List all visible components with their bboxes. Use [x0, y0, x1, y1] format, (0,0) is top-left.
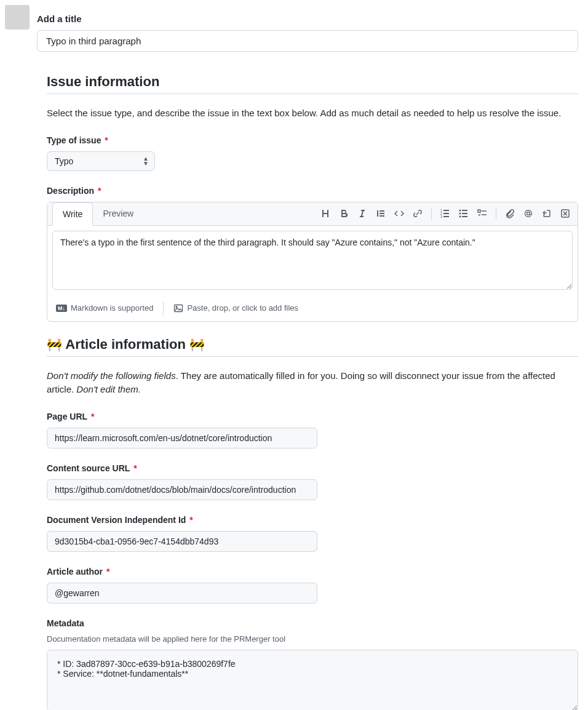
attach-files-hint[interactable]: Paste, drop, or click to add files — [173, 303, 298, 313]
svg-point-11 — [459, 213, 461, 215]
link-icon[interactable] — [413, 209, 423, 218]
metadata-textarea[interactable] — [47, 650, 578, 711]
heading-icon[interactable] — [320, 209, 330, 218]
issue-info-description: Select the issue type, and describe the … — [47, 106, 578, 121]
svg-rect-16 — [478, 210, 480, 212]
page-url-input[interactable] — [47, 428, 317, 449]
metadata-label: Metadata — [47, 618, 578, 628]
article-info-warning: Don't modify the following fields. They … — [47, 369, 578, 397]
svg-rect-7 — [443, 210, 449, 211]
article-author-input[interactable] — [47, 583, 317, 604]
attachment-icon[interactable] — [505, 209, 515, 218]
construction-icon: 🚧 — [189, 338, 205, 351]
quote-icon[interactable] — [376, 209, 386, 218]
cross-reference-icon[interactable] — [542, 209, 552, 218]
description-editor: Write Preview 123 — [47, 202, 578, 322]
svg-rect-21 — [175, 305, 183, 311]
svg-rect-15 — [462, 216, 467, 217]
svg-rect-1 — [379, 210, 384, 212]
saved-reply-icon[interactable] — [560, 209, 570, 218]
svg-point-22 — [176, 306, 177, 308]
unordered-list-icon[interactable] — [459, 209, 469, 218]
tab-preview[interactable]: Preview — [93, 202, 143, 225]
doc-version-id-label: Document Version Independent Id * — [47, 515, 578, 525]
svg-rect-8 — [443, 213, 449, 214]
title-label: Add a title — [37, 14, 578, 24]
article-author-label: Article author * — [47, 567, 578, 576]
construction-icon: 🚧 — [47, 338, 62, 351]
ordered-list-icon[interactable]: 123 — [440, 209, 450, 218]
svg-rect-3 — [379, 215, 384, 217]
svg-rect-13 — [462, 210, 467, 211]
mention-icon[interactable] — [523, 209, 533, 218]
title-input[interactable] — [37, 30, 578, 52]
svg-rect-0 — [377, 210, 378, 217]
issue-info-heading: Issue information — [47, 74, 578, 94]
doc-version-id-input[interactable] — [47, 531, 317, 552]
svg-rect-14 — [462, 213, 467, 214]
description-textarea[interactable] — [52, 231, 573, 290]
markdown-icon: M↓ — [56, 305, 67, 312]
metadata-help-text: Documentation metadata will be applied h… — [47, 634, 578, 644]
svg-text:3: 3 — [440, 215, 442, 218]
issue-type-select[interactable]: Typo — [47, 151, 155, 171]
editor-toolbar: 123 — [320, 208, 578, 219]
markdown-supported-hint[interactable]: M↓ Markdown is supported — [56, 303, 153, 313]
page-url-label: Page URL * — [47, 412, 578, 421]
svg-rect-9 — [443, 216, 449, 217]
svg-point-12 — [459, 216, 461, 218]
avatar — [5, 5, 30, 30]
bold-icon[interactable] — [339, 209, 349, 218]
content-source-url-input[interactable] — [47, 479, 317, 500]
image-icon — [173, 303, 183, 313]
svg-rect-2 — [379, 213, 384, 214]
italic-icon[interactable] — [357, 209, 367, 218]
article-info-heading: 🚧 Article information 🚧 — [47, 337, 578, 357]
svg-point-10 — [459, 210, 461, 212]
description-label: Description * — [47, 186, 578, 196]
issue-type-label: Type of issue * — [47, 135, 578, 145]
tab-write[interactable]: Write — [52, 202, 93, 226]
content-source-url-label: Content source URL * — [47, 463, 578, 473]
tasklist-icon[interactable] — [477, 209, 487, 218]
code-icon[interactable] — [394, 209, 404, 218]
svg-point-19 — [527, 212, 530, 215]
